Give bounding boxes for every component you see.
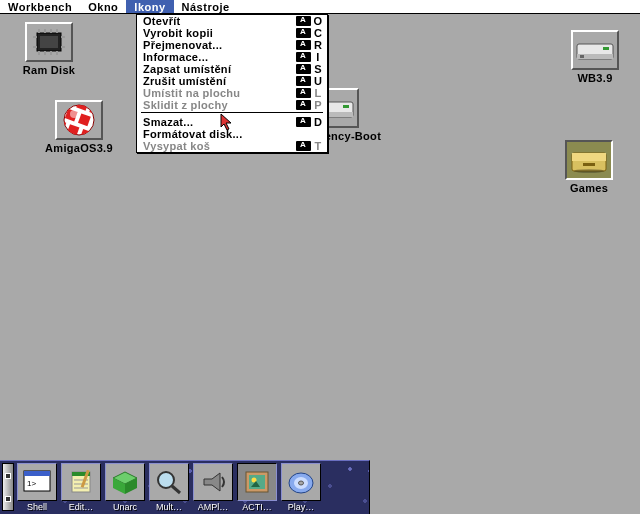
dock-label: Edit…	[69, 502, 94, 512]
dock-label: Play…	[288, 502, 315, 512]
icon-label: Games	[550, 182, 628, 194]
menu-ikony[interactable]: Ikony	[126, 0, 173, 13]
menu-item-label: Vyrobit kopii	[143, 27, 296, 39]
menu-shortcut: U	[296, 75, 323, 87]
menu-shortcut: I	[296, 51, 323, 63]
menu-item-label: Zrušit umístění	[143, 75, 296, 87]
menu-item-label: Umístit na plochu	[143, 87, 296, 99]
menu-item-empty-trash: Vysypat koš T	[137, 140, 327, 152]
menu-shortcut: T	[296, 140, 323, 152]
desktop-icon-wb[interactable]: WB3.9	[556, 30, 634, 84]
menu-shortcut: O	[296, 15, 323, 27]
amiga-key-icon	[296, 52, 311, 62]
menu-item-unsnapshot[interactable]: Zrušit umístění U	[137, 75, 327, 87]
menu-okno[interactable]: Okno	[80, 0, 126, 13]
amiga-key-icon	[296, 16, 311, 26]
svg-marker-50	[204, 473, 220, 491]
menu-item-leaveout: Umístit na plochu L	[137, 87, 327, 99]
menu-shortcut: S	[296, 63, 323, 75]
desktop-icon-games[interactable]: Games	[550, 140, 628, 194]
dock-item-multi[interactable]: Mult…	[148, 463, 190, 512]
svg-rect-16	[603, 47, 609, 50]
desktop-icon-amigaos[interactable]: AmigaOS3.9	[40, 100, 118, 154]
menu-item-putaway: Sklidit z plochy P	[137, 99, 327, 111]
menu-shortcut: R	[296, 39, 323, 51]
picture-icon	[237, 463, 277, 501]
svg-text:1>: 1>	[27, 479, 36, 488]
svg-point-35	[574, 169, 604, 173]
dock-item-play[interactable]: Play…	[280, 463, 322, 512]
shell-icon: 1>	[17, 463, 57, 501]
box-icon	[105, 463, 145, 501]
harddrive-icon	[571, 30, 619, 70]
dock-item-ampl[interactable]: AMPl…	[192, 463, 234, 512]
menu-workbench[interactable]: Workbench	[0, 0, 80, 13]
drawer-icon	[565, 140, 613, 180]
menu-shortcut: C	[296, 27, 323, 39]
svg-rect-34	[583, 163, 595, 166]
amiga-key-icon	[296, 88, 311, 98]
menu-item-label: Sklidit z plochy	[143, 99, 296, 111]
dock-label: Shell	[27, 502, 47, 512]
svg-line-49	[172, 486, 180, 493]
menu-item-label: Vysypat koš	[143, 140, 296, 152]
svg-rect-17	[580, 55, 584, 58]
icon-label: WB3.9	[556, 72, 634, 84]
menu-shortcut: D	[296, 116, 323, 128]
dock: 1> Shell Edit… Unarc Mult… AMPl… ACTI…	[0, 460, 370, 514]
icon-label: AmigaOS3.9	[40, 142, 118, 154]
menu-item-label: Formátovat disk...	[143, 128, 323, 140]
menu-item-open[interactable]: Otevřít O	[137, 15, 327, 27]
amiga-key-icon	[296, 64, 311, 74]
menu-item-label: Přejmenovat...	[143, 39, 296, 51]
menu-item-label: Informace...	[143, 51, 296, 63]
menu-item-snapshot[interactable]: Zapsat umístění S	[137, 63, 327, 75]
menu-item-rename[interactable]: Přejmenovat... R	[137, 39, 327, 51]
menu-separator	[141, 112, 323, 115]
cd-icon	[281, 463, 321, 501]
menu-item-label: Smazat...	[143, 116, 296, 128]
magnifier-icon	[149, 463, 189, 501]
dock-label: Mult…	[156, 502, 182, 512]
menu-shortcut: P	[296, 99, 323, 111]
boing-ball-icon	[55, 100, 103, 140]
menu-item-delete[interactable]: Smazat... D	[137, 116, 327, 128]
amiga-key-icon	[296, 76, 311, 86]
dock-item-acti[interactable]: ACTI…	[236, 463, 278, 512]
amiga-key-icon	[296, 100, 311, 110]
notepad-icon	[61, 463, 101, 501]
svg-rect-31	[343, 105, 349, 108]
svg-rect-37	[24, 471, 50, 476]
megaphone-icon	[193, 463, 233, 501]
svg-rect-1	[40, 36, 58, 48]
dock-item-unarc[interactable]: Unarc	[104, 463, 146, 512]
dock-item-edit[interactable]: Edit…	[60, 463, 102, 512]
dock-handle[interactable]	[2, 463, 14, 511]
menu-item-format-disk[interactable]: Formátovat disk...	[137, 128, 327, 140]
menubar[interactable]: Workbench Okno Ikony Nástroje	[0, 0, 640, 14]
dropdown-ikony: Otevřít O Vyrobit kopii C Přejmenovat...…	[136, 14, 328, 153]
chip-icon	[25, 22, 73, 62]
menu-item-label: Zapsat umístění	[143, 63, 296, 75]
amiga-key-icon	[296, 141, 311, 151]
amiga-key-icon	[296, 117, 311, 127]
dock-item-shell[interactable]: 1> Shell	[16, 463, 58, 512]
dock-label: ACTI…	[242, 502, 272, 512]
amiga-key-icon	[296, 28, 311, 38]
menu-item-label: Otevřít	[143, 15, 296, 27]
icon-label: Ram Disk	[10, 64, 88, 76]
dock-label: Unarc	[113, 502, 137, 512]
svg-point-57	[299, 481, 304, 485]
menu-nastroje[interactable]: Nástroje	[174, 0, 238, 13]
svg-rect-33	[572, 153, 606, 161]
dock-label: AMPl…	[198, 502, 229, 512]
menu-item-info[interactable]: Informace... I	[137, 51, 327, 63]
svg-point-28	[70, 110, 78, 118]
menu-shortcut: L	[296, 87, 323, 99]
amiga-key-icon	[296, 40, 311, 50]
menu-item-copy[interactable]: Vyrobit kopii C	[137, 27, 327, 39]
svg-point-48	[158, 472, 174, 488]
desktop-icon-ramdisk[interactable]: Ram Disk	[10, 22, 88, 76]
